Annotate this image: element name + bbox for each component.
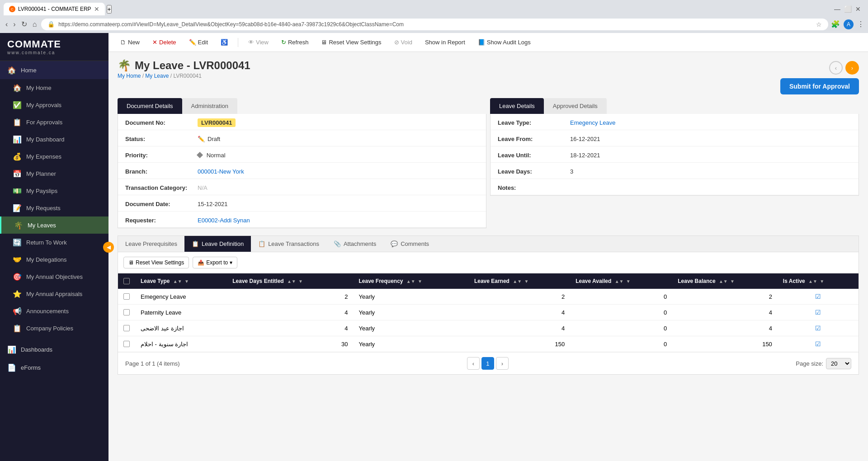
- delete-btn[interactable]: ✕ Delete: [148, 37, 181, 48]
- view-btn[interactable]: 👁 View: [244, 37, 273, 48]
- th-availed[interactable]: Leave Availed ▲▼ ▼: [570, 273, 672, 289]
- sidebar-item-my-delegations[interactable]: 🤝 My Delegations: [0, 251, 108, 268]
- row-3-checkbox[interactable]: [123, 341, 130, 347]
- sidebar-item-my-planner[interactable]: 📅 My Planner: [0, 165, 108, 182]
- sidebar-label-my-home: My Home: [26, 85, 52, 91]
- table-reset-view-btn[interactable]: 🖥 Reset View Settings: [123, 257, 189, 268]
- page-1-btn[interactable]: 1: [481, 357, 494, 370]
- availed-sort-icon[interactable]: ▲▼: [615, 279, 624, 284]
- table-export-btn[interactable]: 📤 Export to ▾: [193, 257, 237, 268]
- back-btn[interactable]: ‹: [4, 18, 9, 30]
- company-policies-icon: 📋: [13, 324, 22, 333]
- sidebar-item-home-toplevel[interactable]: 🏠 Home: [0, 61, 108, 79]
- new-tab-btn[interactable]: +: [107, 5, 112, 14]
- row-0-earned: 2: [469, 289, 570, 305]
- submit-for-approval-btn[interactable]: Submit for Approval: [780, 78, 859, 94]
- earned-filter-icon[interactable]: ▼: [524, 279, 528, 284]
- browser-tab[interactable]: C LVR000041 - COMMATE ERP ✕: [4, 3, 105, 15]
- home-btn[interactable]: ⌂: [31, 18, 39, 30]
- my-home-icon: 🏠: [13, 83, 22, 92]
- sidebar-item-my-annual-appraisals[interactable]: ⭐ My Annual Appraisals: [0, 285, 108, 302]
- close-window-btn[interactable]: ✕: [855, 5, 861, 13]
- earned-sort-icon[interactable]: ▲▼: [513, 279, 522, 284]
- select-all-checkbox[interactable]: [123, 278, 130, 284]
- tab-administration[interactable]: Administration: [182, 98, 237, 114]
- tab-leave-transactions[interactable]: 📋 Leave Transactions: [251, 236, 326, 252]
- next-page-btn[interactable]: ›: [496, 357, 509, 370]
- tab-attachments[interactable]: 📎 Attachments: [326, 236, 383, 252]
- sidebar-item-my-annual-objectives[interactable]: 🎯 My Annual Objectives: [0, 268, 108, 285]
- leave-type-sort-icon[interactable]: ▲▼: [173, 279, 182, 284]
- sidebar-item-my-leaves[interactable]: 🌴 My Leaves: [0, 216, 108, 234]
- sidebar-label-my-dashboard: My Dashboard: [26, 136, 65, 143]
- th-days-entitled[interactable]: Leave Days Entitled ▲▼ ▼: [227, 273, 353, 289]
- tab-document-details[interactable]: Document Details: [118, 98, 182, 114]
- sidebar-collapse-btn[interactable]: ◀: [103, 242, 114, 253]
- extensions-icon[interactable]: 🧩: [831, 20, 840, 28]
- document-details-content: Document No: LVR000041 Status: ✏️ Draft: [118, 114, 486, 228]
- accessibility-btn[interactable]: ♿: [216, 37, 232, 48]
- bookmark-icon[interactable]: ☆: [816, 21, 822, 28]
- row-2-checkbox[interactable]: [123, 325, 130, 331]
- sidebar-item-return-to-work[interactable]: 🔄 Return To Work: [0, 234, 108, 251]
- frequency-sort-icon[interactable]: ▲▼: [406, 279, 415, 284]
- sidebar-item-eforms[interactable]: 📄 eForms: [0, 358, 108, 376]
- row-1-checkbox[interactable]: [123, 309, 130, 315]
- is-active-sort-icon[interactable]: ▲▼: [808, 279, 817, 284]
- row-0-checkbox[interactable]: [123, 293, 130, 300]
- right-form-section: Leave Details Approved Details Leave Typ…: [490, 98, 859, 228]
- profile-icon[interactable]: A: [844, 19, 854, 29]
- show-in-report-btn[interactable]: Show in Report: [420, 37, 470, 48]
- tab-leave-prerequisites[interactable]: Leave Prerequisites: [118, 236, 184, 252]
- breadcrumb-home[interactable]: My Home: [118, 73, 141, 79]
- sidebar-item-my-requests[interactable]: 📝 My Requests: [0, 199, 108, 216]
- sidebar-item-my-home[interactable]: 🏠 My Home: [0, 79, 108, 96]
- edit-btn[interactable]: ✏️ Edit: [184, 37, 212, 48]
- refresh-btn[interactable]: ↻ Refresh: [277, 37, 313, 48]
- th-balance[interactable]: Leave Balance ▲▼ ▼: [672, 273, 778, 289]
- forward-btn[interactable]: ›: [11, 18, 17, 30]
- breadcrumb-leave[interactable]: My Leave: [145, 73, 169, 79]
- reload-btn[interactable]: ↻: [19, 18, 29, 30]
- balance-filter-icon[interactable]: ▼: [730, 279, 735, 284]
- balance-sort-icon[interactable]: ▲▼: [719, 279, 728, 284]
- availed-filter-icon[interactable]: ▼: [626, 279, 631, 284]
- tab-close-btn[interactable]: ✕: [94, 5, 99, 13]
- leave-until-value: 18-12-2021: [570, 150, 851, 159]
- tab-leave-details[interactable]: Leave Details: [490, 98, 544, 114]
- requester-value: E00002-Addi Synan: [198, 215, 479, 224]
- leave-type-filter-icon[interactable]: ▼: [184, 279, 189, 284]
- reset-view-settings-btn[interactable]: 🖥 Reset View Settings: [316, 37, 386, 48]
- tab-leave-definition[interactable]: 📋 Leave Definition: [184, 236, 251, 252]
- sidebar-item-announcements[interactable]: 📢 Announcements: [0, 302, 108, 320]
- sidebar-item-my-dashboard[interactable]: 📊 My Dashboard: [0, 131, 108, 148]
- days-entitled-sort-icon[interactable]: ▲▼: [287, 279, 296, 284]
- void-btn[interactable]: ⊘ Void: [390, 37, 417, 48]
- is-active-filter-icon[interactable]: ▼: [820, 279, 824, 284]
- th-frequency[interactable]: Leave Frequency ▲▼ ▼: [353, 273, 468, 289]
- sidebar-item-my-payslips[interactable]: 💵 My Payslips: [0, 182, 108, 199]
- tab-comments[interactable]: 💬 Comments: [383, 236, 436, 252]
- sidebar-item-my-expenses[interactable]: 💰 My Expenses: [0, 148, 108, 165]
- tab-approved-details[interactable]: Approved Details: [544, 98, 607, 114]
- left-form-section: Document Details Administration Document…: [118, 98, 486, 228]
- minimize-btn[interactable]: —: [834, 5, 840, 13]
- page-size-select[interactable]: 20 50 100: [826, 358, 851, 369]
- th-earned[interactable]: Leave Earned ▲▼ ▼: [469, 273, 570, 289]
- show-audit-logs-btn[interactable]: 📘 Show Audit Logs: [473, 37, 535, 48]
- th-is-active[interactable]: Is Active ▲▼ ▼: [778, 273, 859, 289]
- sidebar-item-my-approvals[interactable]: ✅ My Approvals: [0, 96, 108, 113]
- prev-record-btn[interactable]: ‹: [829, 61, 843, 75]
- sidebar-item-for-approvals[interactable]: 📋 For Approvals: [0, 113, 108, 131]
- frequency-filter-icon[interactable]: ▼: [418, 279, 422, 284]
- maximize-btn[interactable]: ⬜: [844, 5, 852, 13]
- new-btn[interactable]: 🗋 New: [116, 37, 144, 48]
- next-record-btn[interactable]: ›: [845, 61, 859, 75]
- days-entitled-filter-icon[interactable]: ▼: [298, 279, 303, 284]
- sidebar-item-dashboards[interactable]: 📊 Dashboards: [0, 340, 108, 358]
- menu-icon[interactable]: ⋮: [857, 20, 864, 28]
- sidebar-item-company-policies[interactable]: 📋 Company Policies: [0, 320, 108, 337]
- th-leave-type[interactable]: Leave Type ▲▼ ▼: [135, 273, 227, 289]
- url-box[interactable]: 🔒 https://demo.commateerp.com/#ViewID=My…: [41, 19, 828, 30]
- prev-page-btn[interactable]: ‹: [467, 357, 480, 370]
